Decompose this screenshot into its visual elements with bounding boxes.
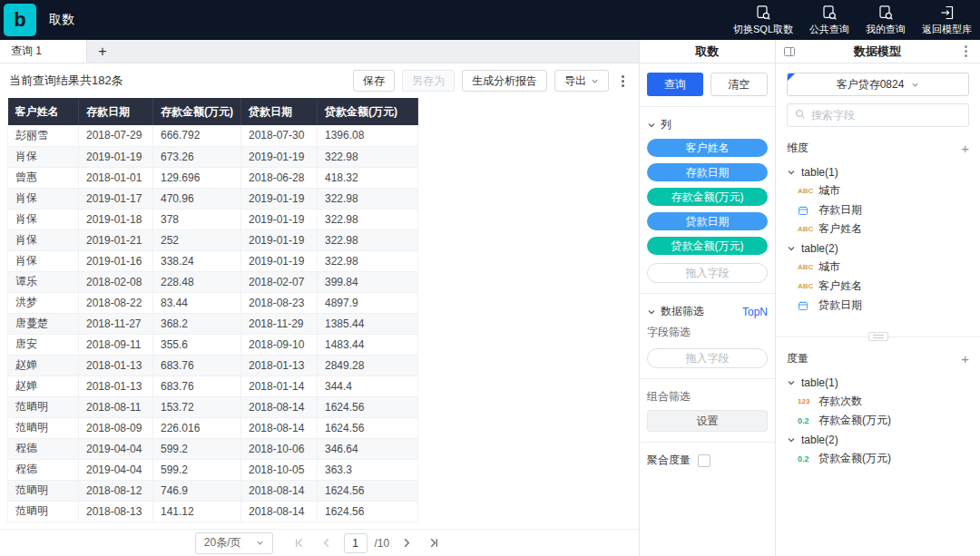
combo-filter-label: 组合筛选 (647, 389, 768, 405)
tree-field[interactable]: ABC城市 (787, 181, 969, 200)
topbar-action-switch-sql[interactable]: 切换SQL取数 (725, 0, 801, 40)
tab-query-1[interactable]: 查询 1 (0, 40, 87, 63)
table-cell: 2018-06-28 (241, 167, 318, 188)
page-size-select[interactable]: 20条/页 (195, 532, 273, 554)
table-cell: 683.76 (153, 376, 241, 396)
topbar-action-public-query[interactable]: 公共查询 (801, 0, 858, 40)
table-cell: 肖保 (8, 209, 79, 229)
collapse-panel-icon[interactable] (783, 45, 796, 58)
table-cell: 599.2 (153, 438, 241, 459)
query-tabstrip: 查询 1 + (0, 40, 639, 63)
app-logo-icon[interactable]: b (4, 4, 36, 36)
column-header: 客户姓名 (8, 98, 79, 125)
field-type-abc-icon: ABC (798, 282, 813, 290)
tree-group[interactable]: table(2) (787, 430, 969, 449)
table-cell: 2018-02-08 (79, 271, 153, 292)
table-cell: 2019-01-19 (241, 188, 318, 209)
field-pill[interactable]: 存款金额(万元) (647, 188, 768, 206)
table-cell: 程德 (8, 438, 79, 459)
table-cell: 2018-08-22 (79, 292, 153, 313)
more-options-icon[interactable] (616, 72, 630, 91)
prev-page-button[interactable] (317, 533, 337, 553)
tree-field[interactable]: 123存款次数 (787, 392, 969, 411)
last-page-button[interactable] (424, 533, 444, 553)
page-size-value: 20条/页 (204, 535, 241, 551)
tree-group[interactable]: table(1) (787, 373, 969, 392)
add-dimension-icon[interactable]: + (961, 143, 969, 154)
save-as-button[interactable]: 另存为 (402, 70, 455, 92)
run-query-button[interactable]: 查询 (647, 73, 703, 96)
field-type-num-icon: 123 (798, 397, 813, 405)
measure-tree: table(1)123存款次数0.2存款金额(万元)table(2)0.2贷款金… (787, 373, 969, 468)
table-cell: 2018-02-07 (241, 271, 318, 292)
chevron-down-icon (256, 539, 264, 547)
field-pill[interactable]: 贷款日期 (647, 212, 768, 230)
tree-field[interactable]: ABC城市 (787, 258, 969, 277)
chevron-down-icon (647, 307, 656, 317)
dimension-tree: table(1)ABC城市存款日期ABC客户姓名table(2)ABC城市ABC… (787, 162, 969, 315)
table-cell: 363.3 (318, 459, 418, 480)
field-type-dec-icon: 0.2 (798, 416, 813, 425)
save-button[interactable]: 保存 (353, 70, 395, 92)
combo-filter-settings-button[interactable]: 设置 (647, 410, 768, 432)
table-cell: 368.2 (153, 313, 241, 334)
tab-label: 查询 1 (11, 44, 42, 59)
tree-field[interactable]: 存款日期 (787, 200, 969, 219)
tree-field[interactable]: 0.2存款金额(万元) (787, 411, 969, 430)
first-page-button[interactable] (289, 533, 309, 553)
divider (640, 293, 775, 294)
add-measure-icon[interactable]: + (961, 354, 969, 365)
table-cell: 范晒明 (8, 417, 79, 438)
field-pill[interactable]: 贷款金额(万元) (647, 237, 768, 255)
tree-field[interactable]: ABC客户姓名 (787, 219, 969, 239)
field-pill[interactable]: 客户姓名 (647, 139, 768, 157)
table-cell: 1624.56 (318, 396, 418, 417)
topn-link[interactable]: TopN (742, 306, 768, 318)
filter-drop-zone[interactable]: 拖入字段 (647, 348, 768, 368)
table-cell: 683.76 (153, 355, 241, 376)
field-search-box (787, 103, 969, 127)
resize-handle-icon[interactable] (868, 332, 888, 341)
table-cell: 129.696 (153, 167, 241, 188)
next-page-button[interactable] (397, 533, 416, 553)
table-cell: 418.32 (318, 167, 418, 188)
topbar-action-back-library[interactable]: 返回模型库 (914, 0, 980, 40)
table-cell: 2019-04-04 (79, 438, 153, 459)
table-cell: 2018-08-14 (241, 480, 318, 501)
dataset-select[interactable]: 客户贷存0824 (787, 73, 969, 96)
model-more-options-icon[interactable] (959, 42, 973, 61)
clear-button[interactable]: 清空 (710, 73, 769, 96)
table-cell: 2018-09-11 (79, 334, 153, 355)
table-cell: 2018-08-14 (241, 396, 318, 417)
tree-group[interactable]: table(1) (787, 162, 969, 181)
table-cell: 322.98 (318, 229, 418, 250)
table-cell: 344.4 (318, 376, 418, 396)
generate-report-button[interactable]: 生成分析报告 (462, 70, 547, 92)
table-row: 肖保2019-01-19673.262019-01-19322.98 (8, 146, 418, 167)
topbar-action-my-query[interactable]: 我的查询 (858, 0, 914, 40)
filter-section-header[interactable]: 数据筛选 TopN (647, 304, 768, 319)
table-row: 程德2019-04-04599.22018-10-06346.64 (8, 438, 418, 459)
table-cell: 1396.08 (318, 125, 418, 146)
table-row: 谭乐2018-02-08228.482018-02-07399.84 (8, 271, 418, 292)
table-cell: 4897.9 (318, 292, 418, 313)
field-pill[interactable]: 存款日期 (647, 163, 768, 181)
table-cell: 2018-01-13 (241, 355, 318, 376)
columns-section-header[interactable]: 列 (647, 117, 768, 132)
export-button[interactable]: 导出 (554, 70, 609, 92)
column-drop-zone[interactable]: 拖入字段 (647, 263, 768, 283)
tree-field-label: 存款次数 (818, 394, 862, 409)
tree-group[interactable]: table(2) (787, 239, 969, 258)
tree-field[interactable]: 0.2贷款金额(万元) (787, 449, 969, 468)
field-search-input[interactable] (811, 109, 961, 122)
current-page-input[interactable]: 1 (344, 533, 368, 553)
table-cell: 2019-01-16 (79, 250, 153, 271)
add-tab-button[interactable]: + (87, 40, 118, 63)
aggregate-measure-checkbox[interactable] (698, 454, 710, 467)
table-cell: 2018-10-05 (241, 459, 318, 480)
table-cell: 2018-08-23 (241, 292, 318, 313)
table-cell: 2018-01-13 (79, 376, 153, 396)
tree-field[interactable]: ABC客户姓名 (787, 277, 969, 296)
table-row: 范晒明2018-08-13141.122018-08-141624.56 (8, 501, 418, 522)
tree-field[interactable]: 贷款日期 (787, 296, 969, 315)
